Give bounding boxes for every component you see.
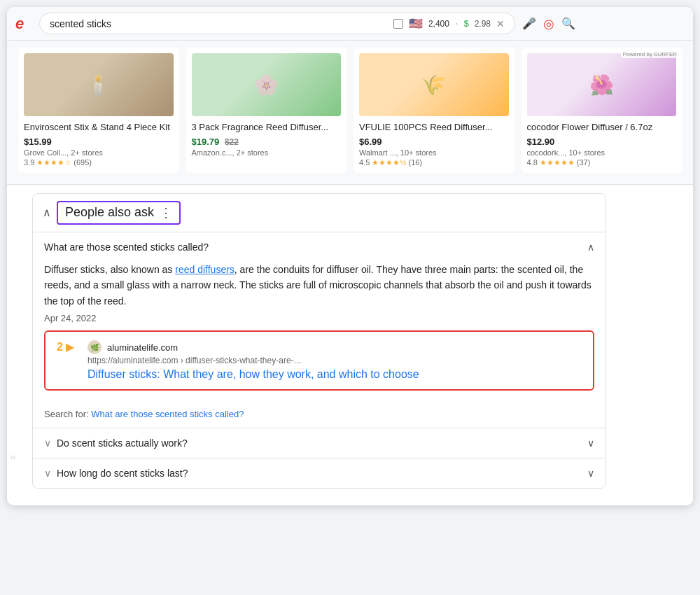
question-item: What are those scented sticks called? ∧ …	[33, 232, 606, 428]
price-badge: 2.98	[475, 19, 491, 29]
scroll-indicator: ○	[7, 185, 18, 505]
product-rating: 3.9 ★★★★☆ (695)	[24, 158, 174, 167]
chevron-down-icon: ∨	[44, 438, 51, 449]
product-name: Enviroscent Stix & Stand 4 Piece Kit	[24, 122, 174, 134]
source-number-badge: 2 ▶	[57, 340, 78, 354]
product-price: $12.90	[527, 136, 677, 147]
flag-icon: 🇺🇸	[409, 17, 423, 30]
star-icons: ★★★★½	[372, 158, 406, 167]
browser-window: e 🇺🇸 2,400 · $ 2.98 ✕ 🎤 ◎ 🔍 🕯️ Enviro	[7, 7, 693, 505]
source-arrow-icon: ▶	[66, 340, 74, 354]
product-name: 3 Pack Fragrance Reed Diffuser...	[192, 122, 342, 134]
chevron-down-icon: ∨	[587, 468, 594, 479]
product-price: $6.99	[359, 136, 509, 147]
chevron-down-icon: ∨	[587, 438, 594, 449]
product-rating: 4.5 ★★★★½ (16)	[359, 158, 509, 167]
search-for-label: Search for:	[44, 409, 91, 419]
question-text: What are those scented sticks called?	[44, 241, 209, 253]
chevron-up-icon: ∧	[587, 241, 594, 253]
product-store: Walmart ..., 10+ stores	[359, 148, 509, 157]
paa-menu-button[interactable]: ⋮	[160, 205, 172, 220]
answer-date: Apr 24, 2022	[44, 313, 594, 323]
product-name: cocodor Flower Diffuser / 6.7oz	[527, 122, 677, 134]
paa-header: ∧ People also ask ⋮	[33, 194, 606, 232]
product-name: VFULIE 100PCS Reed Diffuser...	[359, 122, 509, 134]
question-item: ∨ Do scent sticks actually work? ∨	[33, 428, 606, 458]
rating-value: 3.9	[24, 158, 34, 167]
mic-icon[interactable]: 🎤	[522, 17, 536, 30]
review-count: (695)	[74, 158, 92, 167]
source-title-link[interactable]: Diffuser sticks: What they are, how they…	[88, 368, 419, 380]
powered-by-label: Powered by SURFER	[621, 53, 676, 58]
review-count: (16)	[408, 158, 422, 167]
paa-title-box: People also ask ⋮	[57, 201, 181, 225]
question-text: Do scent sticks actually work?	[57, 438, 188, 449]
product-store: Amazon.c..., 2+ stores	[192, 148, 342, 157]
favicon-icon: 🌿	[90, 344, 99, 351]
source-info: 🌿 aluminatelife.com https://aluminatelif…	[88, 340, 582, 381]
source-domain: aluminatelife.com	[107, 342, 178, 353]
search-input[interactable]	[50, 18, 388, 29]
question-item: ∨ How long do scent sticks last? ∨	[33, 458, 606, 488]
star-icons: ★★★★☆	[36, 158, 71, 167]
answer-text-before: Diffuser sticks, also known as	[44, 264, 175, 275]
search-icon[interactable]: 🔍	[561, 17, 575, 30]
source-domain-row: 🌿 aluminatelife.com	[88, 340, 582, 354]
product-price: $15.99	[24, 136, 174, 147]
rating-value: 4.8	[527, 158, 538, 167]
product-rating: 4.8 ★★★★★ (37)	[527, 158, 677, 167]
product-card[interactable]: 🌺 Powered by SURFER cocodor Flower Diffu…	[522, 48, 682, 173]
search-bar[interactable]: 🇺🇸 2,400 · $ 2.98 ✕	[39, 13, 515, 34]
question-header[interactable]: ∨ Do scent sticks actually work? ∨	[33, 428, 606, 458]
tab-indicator-icon	[393, 19, 403, 29]
google-logo-icon: e	[15, 15, 32, 33]
product-card[interactable]: 🕯️ Enviroscent Stix & Stand 4 Piece Kit …	[18, 48, 179, 173]
source-url: https://aluminatelife.com › diffuser-sti…	[88, 356, 582, 365]
dot-separator: ·	[455, 18, 458, 30]
product-image: 🕯️	[24, 53, 174, 116]
paa-section: ∧ People also ask ⋮ What are those scent…	[32, 193, 606, 489]
search-for-link[interactable]: What are those scented sticks called?	[91, 409, 244, 419]
original-price: $22	[225, 137, 239, 147]
product-price: $19.79 $22	[192, 136, 342, 147]
review-count: (37)	[577, 158, 591, 167]
question-header[interactable]: What are those scented sticks called? ∧	[33, 232, 606, 262]
clear-icon[interactable]: ✕	[496, 18, 505, 29]
products-section: 🕯️ Enviroscent Stix & Stand 4 Piece Kit …	[7, 41, 693, 185]
main-content: ∧ People also ask ⋮ What are those scent…	[18, 185, 620, 505]
product-image: 🌺 Powered by SURFER	[527, 53, 677, 116]
browser-bar: e 🇺🇸 2,400 · $ 2.98 ✕ 🎤 ◎ 🔍	[7, 7, 693, 41]
currency-icon: $	[463, 18, 468, 29]
star-icons: ★★★★★	[540, 158, 575, 167]
rating-value: 4.5	[359, 158, 370, 167]
answer-link[interactable]: reed diffusers	[175, 264, 234, 275]
product-image: 🌾	[359, 53, 509, 116]
question-header[interactable]: ∨ How long do scent sticks last? ∨	[33, 458, 606, 488]
paa-header-left: ∧ People also ask ⋮	[43, 201, 181, 225]
search-for-row: Search for: What are those scented stick…	[33, 406, 606, 428]
chevron-down-icon: ∨	[44, 468, 51, 479]
product-store: Grove Coll..., 2+ stores	[24, 148, 174, 157]
product-card[interactable]: 🌾 VFULIE 100PCS Reed Diffuser... $6.99 W…	[354, 48, 514, 173]
answer-body: Diffuser sticks, also known as reed diff…	[44, 262, 594, 309]
paa-collapse-button[interactable]: ∧	[43, 206, 51, 219]
source-number: 2	[57, 341, 63, 354]
products-grid: 🕯️ Enviroscent Stix & Stand 4 Piece Kit …	[18, 48, 682, 173]
tab-count-badge: 2,400	[428, 19, 449, 29]
source-favicon: 🌿	[88, 340, 102, 354]
lens-icon[interactable]: ◎	[543, 16, 554, 31]
question-text: How long do scent sticks last?	[57, 468, 188, 479]
product-store: cocodork..., 10+ stores	[527, 148, 677, 157]
paa-title: People also ask	[65, 205, 154, 220]
question-answer: Diffuser sticks, also known as reed diff…	[33, 262, 606, 406]
product-image: 🌸	[192, 53, 342, 116]
source-card[interactable]: 2 ▶ 🌿 aluminatelife.com	[44, 330, 594, 391]
content-wrapper: ○ ∧ People also ask ⋮	[7, 185, 693, 505]
product-card[interactable]: 🌸 3 Pack Fragrance Reed Diffuser... $19.…	[186, 48, 347, 173]
sale-price: $19.79	[192, 136, 220, 147]
page-content: 🕯️ Enviroscent Stix & Stand 4 Piece Kit …	[7, 41, 693, 505]
